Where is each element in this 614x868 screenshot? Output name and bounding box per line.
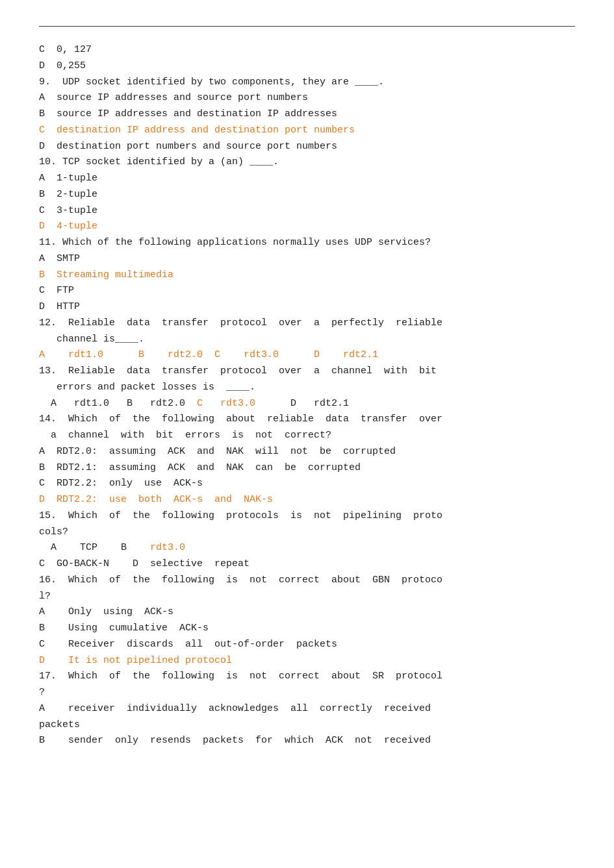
line-q17-cont: ? — [39, 685, 575, 701]
line-q16d: D It is not pipelined protocol — [39, 653, 575, 669]
line-q17b: B sender only resends packets for which … — [39, 733, 575, 749]
line-q17a: A receiver individually acknowledges all… — [39, 701, 575, 717]
line-q13-cont: errors and packet losses is ____. — [39, 380, 575, 396]
line-q12-cont: channel is____. — [39, 332, 575, 348]
line-q16: 16. Which of the following is not correc… — [39, 573, 575, 589]
top-divider — [39, 26, 575, 27]
line-q11d: D HTTP — [39, 299, 575, 316]
line-q11a: A SMTP — [39, 251, 575, 267]
line-q16-cont: l? — [39, 589, 575, 605]
line-q9d: D destination port numbers and source po… — [39, 139, 575, 155]
line-q14d: D RDT2.2: use both ACK-s and NAK-s — [39, 492, 575, 508]
line-q14b: B RDT2.1: assuming ACK and NAK can be co… — [39, 460, 575, 477]
line-q16c: C Receiver discards all out-of-order pac… — [39, 637, 575, 653]
line-q17: 17. Which of the following is not correc… — [39, 669, 575, 685]
line-q11b: B Streaming multimedia — [39, 267, 575, 284]
line-q12: 12. Reliable data transfer protocol over… — [39, 316, 575, 332]
line-q13-ans-c: C rdt3.0 — [197, 398, 255, 409]
line-c-0127: C 0, 127 — [39, 42, 575, 58]
content-area: C 0, 127 D 0,255 9. UDP socket identifie… — [39, 42, 575, 749]
line-q10c: C 3-tuple — [39, 203, 575, 219]
line-q10b: B 2-tuple — [39, 187, 575, 203]
line-q10: 10. TCP socket identified by a (an) ____… — [39, 155, 575, 171]
line-q9a: A source IP addresses and source port nu… — [39, 90, 575, 106]
line-q10a: A 1-tuple — [39, 171, 575, 187]
line-d-0255: D 0,255 — [39, 58, 575, 75]
line-q10d: D 4-tuple — [39, 219, 575, 235]
line-q12-ans: A rdt1.0 B rdt2.0 C rdt3.0 D rdt2.1 — [39, 347, 575, 364]
line-q11c: C FTP — [39, 283, 575, 299]
line-q14-cont: a channel with bit errors is not correct… — [39, 428, 575, 444]
line-q15-ans: A TCP B rdt3.0 — [39, 540, 575, 556]
line-q15-cont: cols? — [39, 525, 575, 541]
line-q15-ans-b: rdt3.0 — [150, 542, 185, 553]
line-q9b: B source IP addresses and destination IP… — [39, 106, 575, 123]
line-q14: 14. Which of the following about reliabl… — [39, 412, 575, 428]
line-q17a-cont: packets — [39, 717, 575, 734]
line-q15-cd: C GO-BACK-N D selective repeat — [39, 556, 575, 573]
line-q11: 11. Which of the following applications … — [39, 235, 575, 251]
line-q13-ans-prefix: A rdt1.0 B rdt2.0 C rdt3.0 D rdt2.1 — [39, 396, 575, 412]
line-q13: 13. Reliable data transfer protocol over… — [39, 364, 575, 380]
line-q14a: A RDT2.0: assuming ACK and NAK will not … — [39, 444, 575, 460]
line-q14c: C RDT2.2: only use ACK-s — [39, 476, 575, 492]
line-q9: 9. UDP socket identified by two componen… — [39, 75, 575, 91]
line-q15: 15. Which of the following protocols is … — [39, 508, 575, 525]
line-q16a: A Only using ACK-s — [39, 604, 575, 621]
line-q16b: B Using cumulative ACK-s — [39, 621, 575, 637]
line-q9c: C destination IP address and destination… — [39, 123, 575, 139]
